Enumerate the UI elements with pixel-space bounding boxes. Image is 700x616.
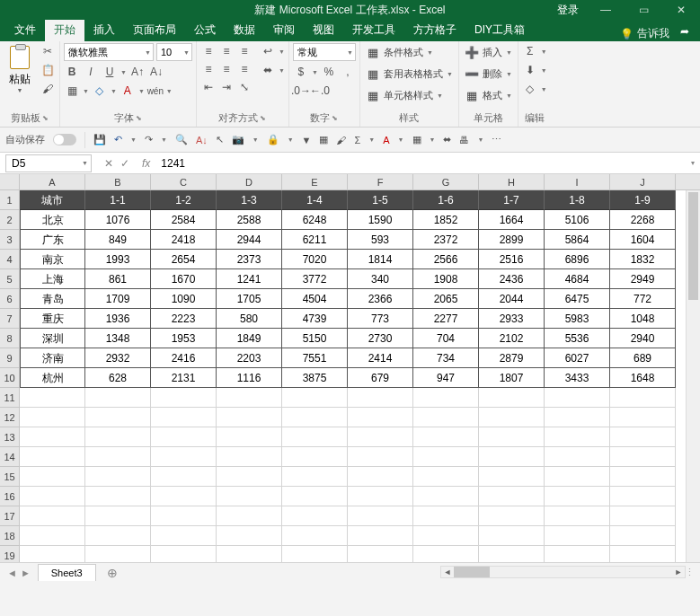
data-cell[interactable]: 2584 <box>151 210 217 230</box>
row-header[interactable]: 9 <box>0 348 20 368</box>
data-cell[interactable]: 2899 <box>479 230 545 250</box>
clear-icon[interactable]: ◇ <box>522 81 538 97</box>
orientation-icon[interactable]: ⤡ <box>236 79 253 95</box>
empty-cell[interactable] <box>151 506 217 526</box>
redo-icon[interactable]: ↷ <box>145 134 153 145</box>
empty-cell[interactable] <box>479 408 545 427</box>
font-size-select[interactable]: 10▼ <box>156 43 192 61</box>
conditional-format-button[interactable]: ▦条件格式▼ <box>364 43 455 62</box>
empty-cell[interactable] <box>85 427 151 447</box>
empty-cell[interactable] <box>610 487 676 506</box>
data-cell[interactable]: 5983 <box>545 309 610 329</box>
data-cell[interactable]: 2654 <box>151 250 217 269</box>
empty-cell[interactable] <box>479 546 545 562</box>
empty-cell[interactable] <box>348 487 413 506</box>
tab-formula[interactable]: 公式 <box>185 19 225 41</box>
font-name-select[interactable]: 微软雅黑▼ <box>64 43 154 61</box>
row-header[interactable]: 8 <box>0 329 20 348</box>
data-cell[interactable]: 5536 <box>545 329 610 348</box>
data-cell[interactable]: 2277 <box>413 309 479 329</box>
wrap-text-icon[interactable]: ↩ <box>260 43 276 59</box>
empty-cell[interactable] <box>85 388 151 408</box>
empty-cell[interactable] <box>545 447 610 467</box>
row-header[interactable]: 13 <box>0 427 20 447</box>
data-cell[interactable]: 2366 <box>348 289 413 309</box>
data-cell[interactable]: 2131 <box>151 368 217 388</box>
data-cell[interactable]: 杭州 <box>20 368 85 388</box>
align-top-icon[interactable]: ≡ <box>200 43 217 59</box>
data-cell[interactable]: 772 <box>610 289 676 309</box>
empty-cell[interactable] <box>545 546 610 562</box>
empty-cell[interactable] <box>217 526 282 546</box>
row-header[interactable]: 17 <box>0 506 20 526</box>
tab-diy[interactable]: DIY工具箱 <box>465 19 534 41</box>
data-cell[interactable]: 1670 <box>151 269 217 289</box>
row-header[interactable]: 12 <box>0 408 20 427</box>
sheet-prev-icon[interactable]: ◄ <box>7 568 17 578</box>
data-cell[interactable]: 3433 <box>545 368 610 388</box>
data-cell[interactable]: 2949 <box>610 269 676 289</box>
empty-cell[interactable] <box>545 526 610 546</box>
empty-cell[interactable] <box>151 447 217 467</box>
row-header[interactable]: 15 <box>0 467 20 487</box>
data-cell[interactable]: 4739 <box>282 309 348 329</box>
data-cell[interactable]: 1908 <box>413 269 479 289</box>
empty-cell[interactable] <box>20 427 85 447</box>
empty-cell[interactable] <box>610 408 676 427</box>
dec-decimal-icon[interactable]: ←.0 <box>312 83 328 99</box>
empty-cell[interactable] <box>282 408 348 427</box>
empty-cell[interactable] <box>151 388 217 408</box>
data-cell[interactable]: 2932 <box>85 348 151 368</box>
data-cell[interactable]: 2414 <box>348 348 413 368</box>
data-cell[interactable]: 1648 <box>610 368 676 388</box>
align-middle-icon[interactable]: ≡ <box>218 43 235 59</box>
tab-layout[interactable]: 页面布局 <box>124 19 185 41</box>
empty-cell[interactable] <box>479 388 545 408</box>
font-shrink-icon[interactable]: A↓ <box>148 64 164 80</box>
enter-icon[interactable]: ✓ <box>120 157 129 170</box>
data-cell[interactable]: 1849 <box>217 329 282 348</box>
launcher-icon[interactable]: ⬊ <box>260 114 266 122</box>
data-cell[interactable]: 2416 <box>151 348 217 368</box>
empty-cell[interactable] <box>151 526 217 546</box>
empty-cell[interactable] <box>20 487 85 506</box>
data-cell[interactable]: 4684 <box>545 269 610 289</box>
tab-view[interactable]: 视图 <box>304 19 343 41</box>
data-cell[interactable]: 南京 <box>20 250 85 269</box>
select-all-corner[interactable] <box>0 174 20 189</box>
launcher-icon[interactable]: ⬊ <box>332 114 338 122</box>
delete-cells-button[interactable]: ➖删除▼ <box>463 65 514 84</box>
data-cell[interactable]: 7020 <box>282 250 348 269</box>
empty-cell[interactable] <box>282 526 348 546</box>
tell-me[interactable]: 💡告诉我 <box>620 26 675 41</box>
empty-cell[interactable] <box>151 546 217 562</box>
data-cell[interactable]: 青岛 <box>20 289 85 309</box>
col-header[interactable]: J <box>610 174 676 189</box>
data-cell[interactable]: 2588 <box>217 210 282 230</box>
data-cell[interactable]: 2944 <box>217 230 282 250</box>
data-cell[interactable]: 6248 <box>282 210 348 230</box>
empty-cell[interactable] <box>413 447 479 467</box>
empty-cell[interactable] <box>282 487 348 506</box>
close-icon[interactable]: ✕ <box>662 0 700 20</box>
data-cell[interactable]: 2516 <box>479 250 545 269</box>
header-cell[interactable]: 1-2 <box>151 190 217 210</box>
align-left-icon[interactable]: ≡ <box>200 61 217 77</box>
data-cell[interactable]: 1048 <box>610 309 676 329</box>
empty-cell[interactable] <box>413 506 479 526</box>
data-cell[interactable]: 5106 <box>545 210 610 230</box>
col-header[interactable]: B <box>85 174 151 189</box>
insert-cells-button[interactable]: ➕插入▼ <box>463 43 514 62</box>
horizontal-scrollbar[interactable]: ◄ ► <box>440 566 686 578</box>
empty-cell[interactable] <box>610 427 676 447</box>
data-cell[interactable]: 2418 <box>151 230 217 250</box>
col-header[interactable]: D <box>217 174 282 189</box>
row-header[interactable]: 10 <box>0 368 20 388</box>
data-cell[interactable]: 3875 <box>282 368 348 388</box>
format-painter-icon[interactable]: 🖌 <box>40 81 56 97</box>
data-cell[interactable]: 上海 <box>20 269 85 289</box>
empty-cell[interactable] <box>545 388 610 408</box>
save-icon[interactable]: 💾 <box>93 134 106 145</box>
data-cell[interactable]: 1936 <box>85 309 151 329</box>
data-cell[interactable]: 2373 <box>217 250 282 269</box>
